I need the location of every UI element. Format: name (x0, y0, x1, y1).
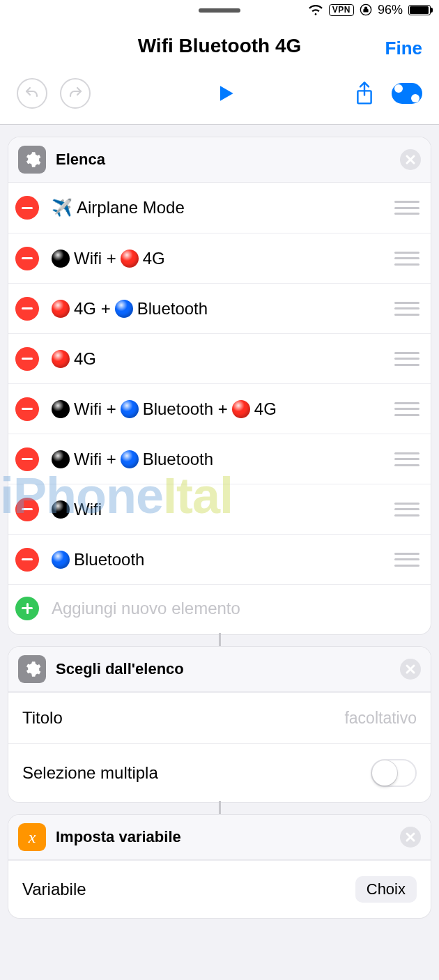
card-title: Elenca (56, 151, 400, 169)
remove-action-button[interactable] (400, 827, 421, 848)
add-item-button[interactable] (15, 597, 39, 620)
list-item-text[interactable]: Wifi + 4G (52, 249, 387, 268)
gear-icon (18, 655, 46, 683)
card-title: Imposta variabile (56, 828, 400, 846)
variable-value-chip[interactable]: Choix (355, 876, 417, 903)
remove-action-button[interactable] (400, 149, 421, 170)
drag-handle-icon[interactable] (394, 452, 419, 466)
list-item[interactable]: ✈️Airplane Mode (8, 183, 431, 233)
redo-button[interactable] (60, 78, 91, 109)
list-item[interactable]: Wifi + Bluetooth + 4G (8, 383, 431, 434)
undo-button[interactable] (17, 78, 47, 109)
list-item[interactable]: 4G + Bluetooth (8, 283, 431, 333)
list-items-container: ✈️Airplane Mode Wifi + 4G 4G + Bluetooth… (8, 183, 431, 634)
list-item[interactable]: Wifi + 4G (8, 233, 431, 283)
remove-item-button[interactable] (15, 548, 39, 572)
variable-field-row[interactable]: Variabile Choix (8, 860, 431, 918)
flow-connector (219, 633, 221, 648)
remove-action-button[interactable] (400, 659, 421, 680)
remove-item-button[interactable] (15, 447, 39, 471)
drag-handle-icon[interactable] (394, 503, 419, 516)
remove-item-button[interactable] (15, 397, 39, 421)
multiselect-row: Selezione multipla (8, 743, 431, 802)
remove-item-button[interactable] (15, 247, 39, 270)
toggle-icon (392, 83, 422, 104)
list-item-text[interactable]: 4G + Bluetooth (52, 299, 387, 319)
list-item-text[interactable]: Wifi + Bluetooth (52, 450, 387, 469)
remove-item-button[interactable] (15, 297, 39, 321)
drag-handle-icon[interactable] (394, 553, 419, 567)
vpn-indicator: VPN (329, 4, 354, 16)
drag-handle-icon[interactable] (394, 252, 419, 266)
add-item-row[interactable]: Aggiungi nuovo elemento (8, 584, 431, 634)
play-button[interactable] (215, 82, 237, 105)
title-field-placeholder: facoltativo (344, 709, 417, 728)
multiselect-switch[interactable] (371, 759, 417, 787)
share-button[interactable] (354, 81, 375, 106)
flow-connector (219, 801, 221, 816)
drag-handle-icon[interactable] (394, 402, 419, 416)
list-item-text[interactable]: 4G (52, 349, 387, 369)
card-header: Elenca (8, 137, 431, 183)
drag-handle-icon[interactable] (394, 352, 419, 366)
action-card-list: Elenca ✈️Airplane Mode Wifi + 4G 4G + Bl… (8, 137, 431, 634)
toolbar (0, 63, 439, 125)
card-title: Scegli dall'elenco (56, 660, 400, 678)
done-button[interactable]: Fine (385, 38, 422, 59)
list-item-text[interactable]: Wifi + Bluetooth + 4G (52, 399, 387, 419)
multiselect-label: Selezione multipla (22, 763, 158, 783)
remove-item-button[interactable] (15, 347, 39, 371)
variable-field-label: Variabile (22, 880, 86, 899)
battery-icon (408, 5, 431, 15)
page-title: Wifi Bluetooth 4G (138, 35, 302, 57)
drag-handle-icon[interactable] (394, 302, 419, 316)
remove-item-button[interactable] (15, 196, 39, 220)
card-header: x Imposta variabile (8, 815, 431, 860)
device-notch-pill (199, 8, 240, 13)
orientation-lock-icon (360, 3, 372, 16)
list-item[interactable]: Wifi (8, 484, 431, 534)
title-field-label: Titolo (22, 708, 63, 728)
settings-toggle-button[interactable] (392, 83, 422, 104)
gear-icon (18, 146, 46, 174)
list-item-text[interactable]: Bluetooth (52, 550, 387, 569)
battery-percentage: 96% (378, 3, 403, 17)
card-header: Scegli dall'elenco (8, 647, 431, 692)
list-item[interactable]: Wifi + Bluetooth (8, 434, 431, 484)
title-field-row[interactable]: Titolo facoltativo (8, 692, 431, 743)
navigation-bar: Wifi Bluetooth 4G Fine (0, 20, 439, 63)
add-item-label: Aggiungi nuovo elemento (52, 599, 419, 618)
action-card-choose-from-list: Scegli dall'elenco Titolo facoltativo Se… (8, 647, 431, 802)
list-item[interactable]: 4G (8, 333, 431, 383)
variable-icon: x (18, 823, 46, 851)
wifi-icon (308, 3, 323, 16)
drag-handle-icon[interactable] (394, 201, 419, 215)
workflow-canvas: Elenca ✈️Airplane Mode Wifi + 4G 4G + Bl… (0, 125, 439, 926)
status-bar: VPN 96% (0, 0, 439, 20)
list-item-text[interactable]: Wifi (52, 500, 387, 519)
list-item[interactable]: Bluetooth (8, 534, 431, 584)
action-card-set-variable: x Imposta variabile Variabile Choix (8, 815, 431, 918)
remove-item-button[interactable] (15, 498, 39, 521)
list-item-text[interactable]: ✈️Airplane Mode (52, 198, 387, 217)
